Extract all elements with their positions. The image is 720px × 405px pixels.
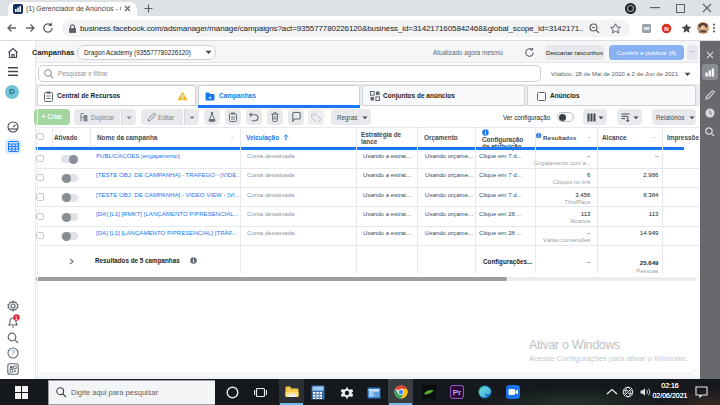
svg-text:1: 1	[15, 315, 18, 321]
svg-text:?: ?	[11, 349, 15, 356]
svg-text:Pr: Pr	[453, 388, 461, 397]
svg-text:N: N	[664, 25, 669, 32]
